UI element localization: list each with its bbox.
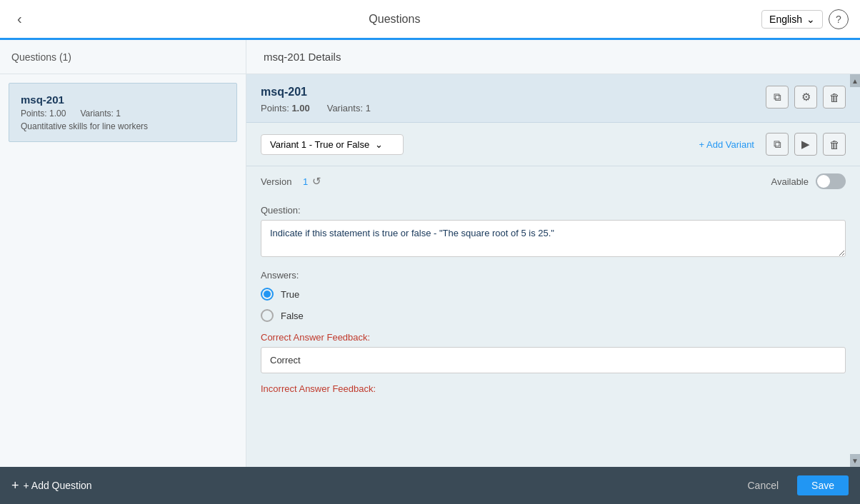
right-panel-wrapper: msq-201 Points: 1.00 Variants: 1 ⧉ ⚙ 🗑 [246,74,860,467]
answer-false-option[interactable]: False [261,309,846,322]
incorrect-feedback-label: Incorrect Answer Feedback: [261,383,846,394]
delete-button[interactable]: 🗑 [823,86,846,109]
detail-actions: ⧉ ⚙ 🗑 [766,86,846,109]
footer: + + Add Question Cancel Save [0,467,860,504]
header-right: English ⌄ ? [761,9,849,29]
help-button[interactable]: ? [829,9,849,29]
cancel-button[interactable]: Cancel [736,475,790,495]
question-input[interactable] [261,220,846,257]
sub-header: Questions (1) msq-201 Details [0,40,860,74]
left-panel: msq-201 Points: 1.00 Variants: 1 Quantit… [0,74,246,467]
language-selector[interactable]: English ⌄ [761,10,823,29]
variant-selector-label: Variant 1 - True or False [270,139,369,150]
incorrect-feedback-section: Incorrect Answer Feedback: [261,383,846,413]
question-item-description: Quantitative skills for line workers [21,121,225,131]
available-label: Available [771,176,809,187]
available-toggle[interactable] [816,173,846,189]
variant-actions: + Add Variant ⧉ ▶ 🗑 [694,133,846,156]
answer-false-radio[interactable] [261,309,274,322]
variant-copy-button[interactable]: ⧉ [766,133,789,156]
footer-right: Cancel Save [736,475,849,495]
right-panel: msq-201 Points: 1.00 Variants: 1 ⧉ ⚙ 🗑 [246,74,860,467]
help-icon: ? [836,14,841,25]
question-item-title: msq-201 [21,94,225,106]
answer-false-label: False [281,311,304,321]
main-content: msq-201 Points: 1.00 Variants: 1 Quantit… [0,74,860,467]
answers-label: Answers: [261,270,846,281]
points-label: Points: 1.00 [21,109,66,119]
correct-feedback-section: Correct Answer Feedback: [261,332,846,373]
add-question-label: + Add Question [24,480,92,491]
list-item[interactable]: msq-201 Points: 1.00 Variants: 1 Quantit… [9,83,237,142]
sub-header-questions-title: Questions (1) [0,40,246,74]
question-form: Question: Answers: True False Correct An… [246,196,860,421]
history-icon[interactable]: ↺ [312,175,321,188]
settings-button[interactable]: ⚙ [794,86,817,109]
chevron-down-icon: ⌄ [375,139,383,150]
toggle-knob [817,175,830,188]
variant-delete-button[interactable]: 🗑 [823,133,846,156]
scroll-down-button[interactable]: ▼ [850,454,860,467]
detail-meta: Points: 1.00 Variants: 1 [261,103,371,114]
version-label: Version 1 ↺ [261,175,321,188]
question-item-meta: Points: 1.00 Variants: 1 [21,109,225,119]
sub-header-detail-title: msq-201 Details [246,40,860,74]
detail-header: msq-201 Points: 1.00 Variants: 1 ⧉ ⚙ 🗑 [246,74,860,123]
scroll-up-button[interactable]: ▲ [850,74,860,87]
detail-title: msq-201 [261,86,371,99]
version-number: 1 [303,176,308,187]
correct-feedback-label: Correct Answer Feedback: [261,332,846,343]
save-button[interactable]: Save [797,475,849,495]
detail-variants: Variants: 1 [327,103,371,114]
answer-true-radio[interactable] [261,288,274,301]
copy-button[interactable]: ⧉ [766,86,789,109]
variant-section: Variant 1 - True or False ⌄ + Add Varian… [246,123,860,166]
correct-feedback-input[interactable] [261,347,846,373]
detail-points: Points: 1.00 [261,103,310,114]
answer-true-option[interactable]: True [261,288,846,301]
detail-header-info: msq-201 Points: 1.00 Variants: 1 [261,86,371,114]
variants-label: Variants: 1 [80,109,121,119]
add-variant-button[interactable]: + Add Variant [694,136,760,153]
variant-selector[interactable]: Variant 1 - True or False ⌄ [261,134,404,155]
version-row: Version 1 ↺ Available [246,166,860,196]
available-row: Available [771,173,846,189]
question-field-label: Question: [261,205,846,216]
variant-play-button[interactable]: ▶ [794,133,817,156]
app-header: ‹ Questions English ⌄ ? [0,0,860,40]
add-question-button[interactable]: + + Add Question [11,478,92,493]
answer-true-label: True [281,289,299,300]
header-title: Questions [369,13,420,26]
back-button[interactable]: ‹ [11,8,28,30]
language-label: English [769,14,802,25]
answers-section: Answers: True False [261,270,846,322]
plus-icon: + [11,478,19,493]
chevron-down-icon: ⌄ [806,14,815,25]
